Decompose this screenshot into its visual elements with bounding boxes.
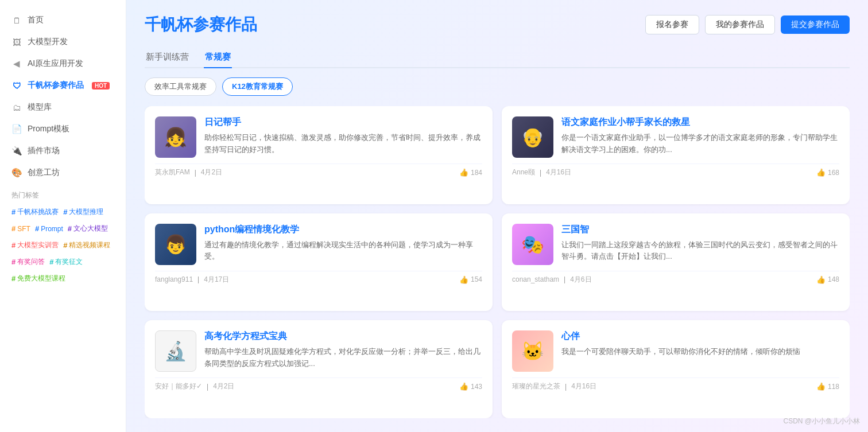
card-author-diary: 莫永凯FAM [155,168,190,177]
sidebar-icon-prompt: 📄 [11,124,22,134]
sidebar-item-model-lib[interactable]: 🗂 模型库 [0,96,126,118]
sidebar-label-llm-dev: 大模型开发 [28,37,68,47]
tag-label: 免费大模型课程 [17,274,65,283]
card-separator: | [195,169,196,177]
card-meta-yuwen: Anne颐 | 4月16日 [512,168,571,177]
tag-hash: # [11,258,16,266]
card-info-diary: 日记帮手 助你轻松写日记，快速拟稿、激发灵感，助你修改完善，节省时间、提升效率，… [204,116,482,156]
card-likes-diary: 👍 184 [459,168,482,177]
card-python: 👦 python编程情境化教学 通过有趣的情境化教学，通过编程解决现实生活中的各… [145,213,493,312]
card-top: 🔬 高考化学方程式宝典 帮助高中学生及时巩固疑难化学方程式，对化学反应做一分析；… [155,330,482,372]
sub-tab-k12[interactable]: K12教育常规赛 [222,77,293,96]
sidebar-item-qianfan[interactable]: 🛡 千帆杯参赛作品 HOT [0,75,126,96]
card-likes-count-yuwen: 168 [828,169,839,177]
sidebar-label-home: 首页 [28,15,44,25]
sidebar: 🗒 首页 🖼 大模型开发 ◀ AI原生应用开发 🛡 千帆杯参赛作品 HOT 🗂 … [0,0,126,432]
sidebar-label-qianfan: 千帆杯参赛作品 [28,80,84,91]
card-title-chemistry[interactable]: 高考化学方程式宝典 [204,330,482,343]
card-title-yuwen[interactable]: 语文家庭作业小帮手家长的救星 [561,116,839,129]
tag-label: 精选视频课程 [69,240,110,250]
card-info-chemistry: 高考化学方程式宝典 帮助高中学生及时巩固疑难化学方程式，对化学反应做一分析；并举… [204,330,482,370]
my-works-button[interactable]: 我的参赛作品 [705,15,775,34]
sidebar-tag[interactable]: #大模型推理 [63,206,103,218]
sidebar-item-prompt[interactable]: 📄 Prompt模板 [0,118,126,140]
card-title-python[interactable]: python编程情境化教学 [204,224,482,236]
card-top: 👴 语文家庭作业小帮手家长的救星 你是一个语文家庭作业助手，以一位博学多才的语文… [512,116,839,158]
main-tabs: 新手训练营常规赛 [145,47,850,68]
sidebar-label-model-lib: 模型库 [28,102,52,112]
card-desc-yuwen: 你是一个语文家庭作业助手，以一位博学多才的语文家庭老师的形象，专门帮助学生解决语… [561,132,839,156]
hot-tags-section-title: 热门标签 [0,184,126,204]
card-footer-diary: 莫永凯FAM | 4月2日 👍 184 [155,164,482,177]
card-avatar-diary: 👧 [164,128,187,146]
card-separator: | [565,383,567,391]
card-top: 🐱 心伴 我是一个可爱陪伴聊天助手，可以帮助你消化不好的情绪，倾听你的烦恼 [512,330,839,372]
card-title-xinban[interactable]: 心伴 [561,330,839,343]
card-sanguo: 🎭 三国智 让我们一同踏上这段穿越古今的旅程，体验三国时代的风云变幻，感受智者之… [502,213,850,312]
tag-label: 大模型推理 [69,207,103,217]
sidebar-tag[interactable]: #精选视频课程 [63,239,110,251]
card-meta-diary: 莫永凯FAM | 4月2日 [155,168,222,177]
card-title-diary[interactable]: 日记帮手 [204,116,482,129]
sidebar-tag[interactable]: #文心大模型 [68,223,108,235]
tag-hash: # [35,224,39,233]
watermark: CSDN @小小鱼儿小小林 [783,417,860,426]
like-icon-yuwen: 👍 [816,168,826,177]
sidebar-icon-model-lib: 🗂 [11,102,22,112]
card-separator: | [540,169,541,177]
sidebar-tag[interactable]: #Prompt [35,223,63,235]
submit-works-button[interactable]: 提交参赛作品 [781,15,850,34]
sidebar-item-ai-app-dev[interactable]: ◀ AI原生应用开发 [0,53,126,75]
card-separator: | [564,275,565,283]
sidebar-icon-plugin: 🔌 [11,146,22,156]
sidebar-tag[interactable]: #SFT [11,223,30,235]
sidebar-label-creative: 创意工坊 [28,168,60,178]
sidebar-item-llm-dev[interactable]: 🖼 大模型开发 [0,31,126,53]
sidebar-tag[interactable]: #大模型实训营 [11,239,59,251]
card-image-sanguo: 🎭 [512,224,553,265]
card-info-python: python编程情境化教学 通过有趣的情境化教学，通过编程解决现实生活中的各种问… [204,224,482,263]
sidebar-item-home[interactable]: 🗒 首页 [0,9,126,31]
tab-beginner[interactable]: 新手训练营 [145,47,190,68]
card-footer-xinban: 璀璨的星光之茶 | 4月16日 👍 118 [512,377,839,391]
sidebar-icon-llm-dev: 🖼 [11,37,22,47]
card-author-xinban: 璀璨的星光之茶 [512,382,560,391]
main-header: 千帆杯参赛作品 报名参赛 我的参赛作品 提交参赛作品 [145,14,850,36]
tag-label: 有奖征文 [55,257,83,267]
tag-label: Prompt [41,225,63,233]
cards-grid: 👧 日记帮手 助你轻松写日记，快速拟稿、激发灵感，助你修改完善，节省时间、提升效… [145,106,850,418]
card-image-python: 👦 [155,224,196,265]
card-footer-sanguo: conan_statham | 4月6日 👍 148 [512,271,839,285]
sidebar-tag[interactable]: #有奖问答 [11,256,45,268]
card-author-yuwen: Anne颐 [512,168,535,177]
sub-tabs: 效率工具常规赛K12教育常规赛 [145,77,850,96]
sidebar-tag[interactable]: #免费大模型课程 [11,273,65,285]
card-xinban: 🐱 心伴 我是一个可爱陪伴聊天助手，可以帮助你消化不好的情绪，倾听你的烦恼 璀璨… [502,320,850,418]
card-footer-chemistry: 安好｜能多好✓ | 4月2日 👍 143 [155,377,482,391]
card-likes-python: 👍 154 [459,275,482,284]
card-desc-diary: 助你轻松写日记，快速拟稿、激发灵感，助你修改完善，节省时间、提升效率，养成坚持写… [204,132,482,156]
card-info-xinban: 心伴 我是一个可爱陪伴聊天助手，可以帮助你消化不好的情绪，倾听你的烦恼 [561,330,839,358]
tag-hash: # [68,224,72,233]
like-icon-xinban: 👍 [816,382,826,391]
card-info-yuwen: 语文家庭作业小帮手家长的救星 你是一个语文家庭作业助手，以一位博学多才的语文家庭… [561,116,839,156]
sidebar-tag[interactable]: #千帆杯挑战赛 [11,206,59,218]
card-top: 👧 日记帮手 助你轻松写日记，快速拟稿、激发灵感，助你修改完善，节省时间、提升效… [155,116,482,158]
card-likes-count-xinban: 118 [828,383,839,391]
tag-label: 大模型实训营 [17,240,59,250]
sidebar-item-creative[interactable]: 🎨 创意工坊 [0,162,126,184]
card-yuwen: 👴 语文家庭作业小帮手家长的救星 你是一个语文家庭作业助手，以一位博学多才的语文… [502,106,850,204]
card-footer-yuwen: Anne颐 | 4月16日 👍 168 [512,164,839,177]
tag-hash: # [11,224,16,233]
card-desc-sanguo: 让我们一同踏上这段穿越古今的旅程，体验三国时代的风云变幻，感受智者之间的斗智斗勇… [561,239,839,263]
sidebar-tag[interactable]: #有奖征文 [49,256,83,268]
tag-label: 文心大模型 [73,224,108,233]
card-avatar-sanguo: 🎭 [521,235,544,254]
sidebar-icon-home: 🗒 [11,15,22,25]
signup-button[interactable]: 报名参赛 [645,15,699,34]
tab-regular[interactable]: 常规赛 [204,47,232,68]
sub-tab-tools[interactable]: 效率工具常规赛 [145,77,216,96]
sidebar-item-plugin[interactable]: 🔌 插件市场 [0,140,126,162]
card-title-sanguo[interactable]: 三国智 [561,224,839,236]
card-likes-count-chemistry: 143 [471,383,482,391]
